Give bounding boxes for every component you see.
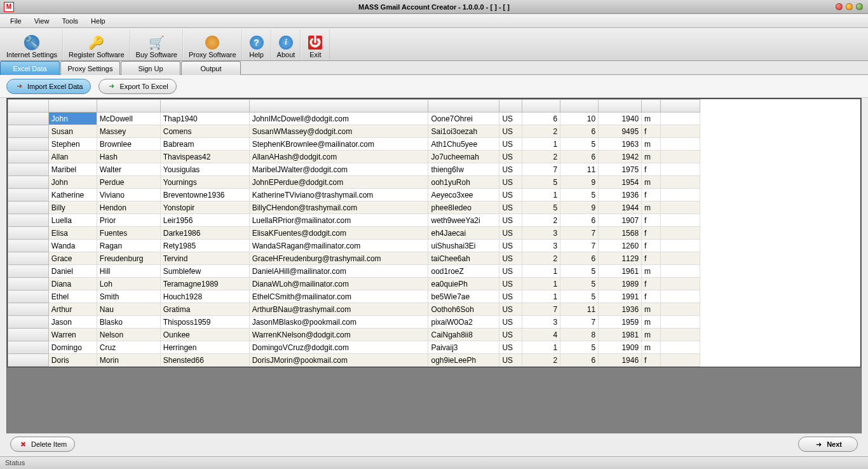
cell[interactable]: Oone7Ohrei <box>428 112 499 125</box>
cell[interactable] <box>661 354 700 367</box>
table-row[interactable]: DomingoCruzHerringenDomingoVCruz@dodgit.… <box>8 341 700 354</box>
cell[interactable]: 1961 <box>599 265 642 278</box>
row-header[interactable] <box>8 227 49 240</box>
cell[interactable]: 1568 <box>599 227 642 240</box>
table-row[interactable]: WarrenNelsonOunkeeWarrenKNelson@dodgit.c… <box>8 329 700 341</box>
cell[interactable]: US <box>499 163 522 176</box>
cell[interactable] <box>661 227 700 240</box>
col-header[interactable] <box>48 100 97 112</box>
cell[interactable]: pixaiW0Oa2 <box>428 316 499 329</box>
cell[interactable]: 1975 <box>599 163 642 176</box>
cell[interactable]: Smith <box>97 290 160 303</box>
cell[interactable]: DianaWLoh@mailinator.com <box>249 278 428 290</box>
cell[interactable]: 2 <box>522 125 560 138</box>
cell[interactable]: 1944 <box>599 201 642 214</box>
cell[interactable]: StephenKBrownlee@mailinator.com <box>249 138 428 151</box>
cell[interactable]: 6 <box>522 112 560 125</box>
table-row[interactable]: SusanMasseyComensSusanWMassey@dodgit.com… <box>8 125 700 138</box>
cell[interactable]: Herringen <box>160 341 249 354</box>
cell[interactable]: 9495 <box>599 125 642 138</box>
cell[interactable]: Daniel <box>48 265 97 278</box>
cell[interactable]: DomingoVCruz@dodgit.com <box>249 341 428 354</box>
cell[interactable]: Yonstopir <box>160 201 249 214</box>
cell[interactable]: Loh <box>97 278 160 290</box>
cell[interactable]: 1936 <box>599 303 642 316</box>
row-header[interactable] <box>8 163 49 176</box>
export-excel-button[interactable]: ➜ Export To Excel <box>98 79 176 94</box>
cell[interactable] <box>661 138 700 151</box>
col-header[interactable] <box>661 100 700 112</box>
menu-tools[interactable]: Tools <box>55 16 85 26</box>
cell[interactable]: Allan <box>48 151 97 163</box>
cell[interactable]: 9 <box>560 201 599 214</box>
cell[interactable]: Breventowne1936 <box>160 189 249 201</box>
col-header[interactable] <box>97 100 160 112</box>
cell[interactable] <box>661 316 700 329</box>
col-header[interactable] <box>522 100 560 112</box>
cell[interactable]: Gratima <box>160 303 249 316</box>
cell[interactable]: US <box>499 341 522 354</box>
cell[interactable]: f <box>642 125 661 138</box>
cell[interactable]: Katherine <box>48 189 97 201</box>
cell[interactable]: Domingo <box>48 341 97 354</box>
col-header[interactable] <box>599 100 642 112</box>
cell[interactable]: US <box>499 176 522 189</box>
cell[interactable]: 1 <box>522 290 560 303</box>
cell[interactable]: Diana <box>48 278 97 290</box>
row-header[interactable] <box>8 151 49 163</box>
cell[interactable]: 1954 <box>599 176 642 189</box>
cell[interactable]: 3 <box>522 316 560 329</box>
cell[interactable]: Arthur <box>48 303 97 316</box>
cell[interactable]: Nau <box>97 303 160 316</box>
cell[interactable]: US <box>499 329 522 341</box>
cell[interactable]: LuellaRPrior@mailinator.com <box>249 214 428 227</box>
cell[interactable]: CaiNgah8ii8 <box>428 329 499 341</box>
table-row[interactable]: DanielHillSumblefewDanielAHill@mailinato… <box>8 265 700 278</box>
cell[interactable]: Leir1956 <box>160 214 249 227</box>
cell[interactable]: 1963 <box>599 138 642 151</box>
cell[interactable]: Darke1986 <box>160 227 249 240</box>
cell[interactable]: Nelson <box>97 329 160 341</box>
cell[interactable]: phee8Iedeo <box>428 201 499 214</box>
cell[interactable]: Teramagne1989 <box>160 278 249 290</box>
cell[interactable] <box>661 214 700 227</box>
cell[interactable]: 1 <box>522 341 560 354</box>
cell[interactable]: John <box>48 112 97 125</box>
table-row[interactable]: JohnPerdueYourningsJohnEPerdue@dodgit.co… <box>8 176 700 189</box>
table-row[interactable]: ElisaFuentesDarke1986ElisaKFuentes@dodgi… <box>8 227 700 240</box>
cell[interactable]: 6 <box>560 151 599 163</box>
register-software-button[interactable]: 🔑 Register Software <box>63 29 130 60</box>
cell[interactable]: Billy <box>48 201 97 214</box>
cell[interactable]: 7 <box>560 316 599 329</box>
cell[interactable]: m <box>642 201 661 214</box>
next-button[interactable]: ➜ Next <box>798 437 858 452</box>
cell[interactable]: weth9weeYa2i <box>428 214 499 227</box>
cell[interactable]: WarrenKNelson@dodgit.com <box>249 329 428 341</box>
cell[interactable]: 5 <box>522 176 560 189</box>
cell[interactable]: SusanWMassey@dodgit.com <box>249 125 428 138</box>
cell[interactable]: Walter <box>97 163 160 176</box>
cell[interactable] <box>661 163 700 176</box>
cell[interactable]: m <box>642 112 661 125</box>
cell[interactable]: 2 <box>522 252 560 265</box>
cell[interactable]: Viviano <box>97 189 160 201</box>
cell[interactable]: Babream <box>160 138 249 151</box>
cell[interactable]: US <box>499 316 522 329</box>
table-row[interactable]: MaribelWalterYousigulasMaribelJWalter@do… <box>8 163 700 176</box>
import-excel-button[interactable]: ➜ Import Excel Data <box>6 79 91 94</box>
cell[interactable]: McDowell <box>97 112 160 125</box>
cell[interactable]: Oothoh6Soh <box>428 303 499 316</box>
cell[interactable]: Sai1oi3oezah <box>428 125 499 138</box>
cell[interactable]: eh4Jaecai <box>428 227 499 240</box>
cell[interactable]: Houch1928 <box>160 290 249 303</box>
cell[interactable]: 1946 <box>599 354 642 367</box>
row-header[interactable] <box>8 303 49 316</box>
row-header[interactable] <box>8 316 49 329</box>
table-row[interactable]: KatherineVivianoBreventowne1936Katherine… <box>8 189 700 201</box>
menu-file[interactable]: File <box>4 16 28 26</box>
row-header[interactable] <box>8 265 49 278</box>
cell[interactable]: Morin <box>97 354 160 367</box>
cell[interactable]: Cruz <box>97 341 160 354</box>
cell[interactable]: 6 <box>560 354 599 367</box>
cell[interactable] <box>661 201 700 214</box>
